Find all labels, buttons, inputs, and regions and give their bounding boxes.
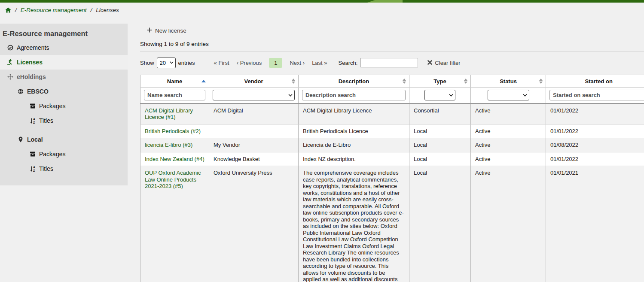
column-header-name[interactable]: Name	[140, 75, 209, 88]
cell-vendor: My Vendor	[209, 138, 299, 152]
cell-status: Active	[471, 152, 546, 166]
pagination-last[interactable]: Last »	[312, 60, 327, 66]
sort-icon	[292, 79, 295, 84]
showing-entries-text: Showing 1 to 9 of 9 entries	[140, 41, 644, 47]
cell-started_on: 01/01/2022	[546, 152, 644, 166]
check-circle-icon	[7, 45, 13, 51]
column-header-status[interactable]: Status	[471, 75, 546, 88]
cell-name: ACM Digital Library Licence (#1)	[140, 103, 209, 124]
show-label: Show	[140, 60, 154, 66]
move-icon	[7, 74, 13, 80]
sidebar-item-label: Titles	[39, 165, 53, 172]
archive-icon	[29, 151, 36, 157]
divider	[140, 51, 644, 52]
cell-description: ACM Digital Library Licence	[299, 103, 409, 124]
sidebar-item-ebsco[interactable]: EBSCO	[0, 84, 128, 99]
table-row: licencia E-libro (#3)My VendorLicencia d…	[140, 138, 644, 152]
sidebar-item-label: Local	[27, 136, 43, 143]
svg-text:Z: Z	[33, 121, 35, 124]
table-header-row: Name Vendor Description Type Status Star…	[140, 75, 644, 88]
sidebar-item-local-titles[interactable]: AZ Titles	[0, 161, 128, 176]
svg-text:Z: Z	[33, 169, 35, 172]
column-header-type[interactable]: Type	[409, 75, 471, 88]
search-group: Search:	[339, 58, 418, 67]
sidebar-item-eholdings[interactable]: eHoldings	[0, 70, 128, 84]
cell-type: Consortial	[409, 103, 471, 124]
cell-name: Index New Zealand (#4)	[140, 152, 209, 166]
started-on-filter-input[interactable]	[549, 90, 644, 100]
main-content: New license Showing 1 to 9 of 9 entries …	[140, 24, 644, 282]
table-toolbar: Show 20 entries « First ‹ Previous 1 Nex…	[140, 57, 644, 68]
license-link[interactable]: OUP Oxford Academic Law Online Products …	[145, 170, 201, 189]
cell-vendor: Oxford University Press	[209, 166, 299, 282]
breadcrumb: / E-Resource management / Licenses	[0, 3, 644, 17]
sidebar-item-licenses[interactable]: Licenses	[0, 55, 128, 70]
cell-status: Active	[471, 124, 546, 138]
name-filter-input[interactable]	[144, 90, 205, 100]
sidebar-item-ebsco-packages[interactable]: Packages	[0, 99, 128, 113]
sidebar-item-label: eHoldings	[17, 73, 46, 80]
licenses-table: Name Vendor Description Type Status Star…	[140, 75, 644, 282]
archive-icon	[29, 103, 36, 109]
cell-name: licencia E-libro (#3)	[140, 138, 209, 152]
page-size-select[interactable]: 20	[157, 58, 176, 68]
sidebar-item-label: Licenses	[17, 59, 43, 66]
table-row: Index New Zealand (#4)Knowledge BasketIn…	[140, 152, 644, 166]
status-filter-select[interactable]	[488, 90, 529, 100]
gavel-icon	[7, 59, 13, 66]
search-input[interactable]	[360, 58, 418, 67]
breadcrumb-current: Licenses	[96, 7, 119, 13]
cell-description: British Periodicals Licence	[299, 124, 409, 138]
cell-vendor: Knowledge Basket	[209, 152, 299, 166]
search-label: Search:	[339, 60, 358, 66]
sidebar-item-label: Agreements	[17, 44, 49, 51]
table-filter-row	[140, 88, 644, 103]
sidebar-item-agreements[interactable]: Agreements	[0, 40, 128, 55]
column-header-started-on[interactable]: Started on	[546, 75, 644, 88]
pagination-first[interactable]: « First	[214, 60, 229, 66]
cell-vendor: ACM Digital	[209, 103, 299, 124]
x-mark-icon	[427, 60, 432, 66]
pagination-next[interactable]: Next ›	[290, 60, 305, 66]
sidebar-gap	[0, 128, 128, 132]
clear-filter-label: Clear filter	[435, 60, 460, 66]
description-filter-input[interactable]	[302, 90, 406, 100]
sort-icon	[539, 79, 543, 84]
home-icon[interactable]	[5, 7, 11, 13]
cell-type: Local	[409, 166, 471, 282]
sidebar-title: E-Resource management	[0, 24, 128, 40]
cell-type: Local	[409, 152, 471, 166]
column-header-description[interactable]: Description	[299, 75, 409, 88]
license-link[interactable]: Index New Zealand (#4)	[145, 156, 204, 162]
license-link[interactable]: licencia E-libro (#3)	[145, 142, 192, 148]
type-filter-select[interactable]	[424, 90, 455, 100]
plus-icon	[147, 27, 152, 34]
sidebar-item-label: Packages	[39, 103, 65, 109]
breadcrumb-link-erm[interactable]: E-Resource management	[21, 7, 87, 13]
vendor-filter-select[interactable]	[213, 90, 295, 100]
pagination-current-page[interactable]: 1	[269, 58, 282, 68]
pagination-previous[interactable]: ‹ Previous	[237, 60, 262, 66]
sidebar-item-label: Packages	[39, 151, 65, 158]
sidebar-item-ebsco-titles[interactable]: AZ Titles	[0, 113, 128, 128]
clear-filter-button[interactable]: Clear filter	[427, 60, 460, 66]
breadcrumb-separator: /	[91, 7, 92, 13]
cell-vendor	[209, 124, 299, 138]
cell-status: Active	[471, 166, 546, 282]
new-license-label: New license	[155, 27, 186, 34]
entries-label: entries	[178, 60, 195, 66]
license-link[interactable]: British Periodicals (#2)	[145, 128, 201, 134]
sidebar-item-local-packages[interactable]: Packages	[0, 147, 128, 161]
column-header-vendor[interactable]: Vendor	[209, 75, 299, 88]
sidebar-item-local[interactable]: Local	[0, 132, 128, 147]
sort-icon	[403, 79, 406, 84]
sort-alpha-icon: AZ	[29, 166, 36, 172]
cell-type: Local	[409, 124, 471, 138]
svg-text:A: A	[33, 118, 35, 121]
new-license-button[interactable]: New license	[147, 27, 186, 34]
svg-text:A: A	[33, 166, 35, 169]
table-row: British Periodicals (#2)British Periodic…	[140, 124, 644, 138]
cell-description: The comprehensive coverage includes case…	[299, 166, 409, 282]
license-link[interactable]: ACM Digital Library Licence (#1)	[145, 107, 193, 121]
license-table-body: ACM Digital Library Licence (#1)ACM Digi…	[140, 103, 644, 282]
